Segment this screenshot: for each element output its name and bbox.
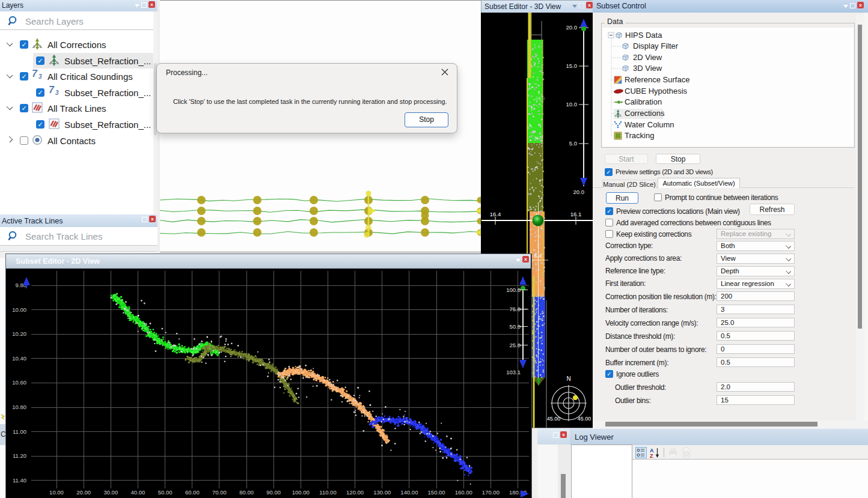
- svg-text:Tracking: Tracking: [625, 131, 654, 140]
- svg-text:50.00: 50.00: [158, 489, 173, 496]
- svg-text:2D View: 2D View: [633, 53, 662, 62]
- svg-text:110.00: 110.00: [319, 489, 336, 496]
- svg-text:10.80: 10.80: [12, 404, 26, 410]
- svg-text:16.4: 16.4: [490, 211, 501, 217]
- svg-text:103.1: 103.1: [506, 369, 521, 375]
- svg-text:11.40: 11.40: [13, 477, 26, 484]
- svg-text:45.00: 45.00: [578, 416, 591, 422]
- svg-text:10.60: 10.60: [12, 379, 26, 386]
- svg-text:Corrections: Corrections: [625, 109, 665, 118]
- svg-text:160.00: 160.00: [455, 489, 472, 496]
- svg-text:60.00: 60.00: [185, 489, 200, 496]
- svg-text:70.00: 70.00: [212, 489, 227, 496]
- svg-text:32.8: 32.8: [533, 135, 543, 141]
- svg-text:20.00: 20.00: [76, 489, 91, 496]
- svg-text:120.00: 120.00: [346, 489, 364, 496]
- svg-text:90.00: 90.00: [266, 489, 281, 496]
- svg-text:16.1: 16.1: [570, 211, 582, 217]
- svg-text:80.00: 80.00: [239, 489, 254, 496]
- svg-text:Water Column: Water Column: [625, 120, 674, 129]
- svg-text:10.0: 10.0: [566, 101, 578, 108]
- svg-text:130.00: 130.00: [373, 489, 391, 496]
- svg-text:6.4: 6.4: [534, 252, 542, 259]
- svg-text:49.9: 49.9: [535, 96, 545, 102]
- svg-text:Z: Z: [650, 453, 653, 458]
- svg-text:150.00: 150.00: [428, 489, 445, 496]
- svg-text:Reference Surface: Reference Surface: [625, 75, 689, 84]
- svg-text:30.00: 30.00: [103, 489, 118, 496]
- svg-text:20.0: 20.0: [566, 24, 578, 31]
- svg-text:3D View: 3D View: [633, 64, 662, 73]
- svg-text:100.0: 100.0: [506, 287, 521, 293]
- svg-text:10.20: 10.20: [12, 330, 26, 337]
- svg-text:5.0: 5.0: [569, 140, 577, 147]
- svg-text:10.00: 10.00: [12, 306, 26, 313]
- svg-text:20.0: 20.0: [573, 189, 585, 195]
- svg-text:45.00: 45.00: [547, 416, 561, 422]
- svg-text:11.20: 11.20: [13, 452, 26, 459]
- svg-text:170.00: 170.00: [482, 489, 500, 496]
- svg-text:25.0: 25.0: [510, 342, 521, 348]
- svg-text:10.40: 10.40: [12, 355, 26, 362]
- svg-text:100.00: 100.00: [292, 489, 310, 496]
- svg-text:11.00: 11.00: [13, 428, 26, 435]
- svg-text:N: N: [566, 375, 570, 382]
- svg-text:10.00: 10.00: [49, 489, 64, 496]
- svg-text:140.00: 140.00: [400, 489, 418, 496]
- svg-text:CUBE Hypothesis: CUBE Hypothesis: [625, 87, 688, 96]
- svg-text:Calibration: Calibration: [625, 97, 662, 106]
- svg-text:15.0: 15.0: [566, 62, 578, 69]
- svg-text:40.00: 40.00: [131, 489, 145, 496]
- svg-text:HIPS Data: HIPS Data: [625, 31, 662, 40]
- svg-text:Display Filter: Display Filter: [633, 41, 679, 50]
- svg-text:75.0: 75.0: [510, 306, 521, 312]
- svg-text:50.0: 50.0: [510, 323, 521, 330]
